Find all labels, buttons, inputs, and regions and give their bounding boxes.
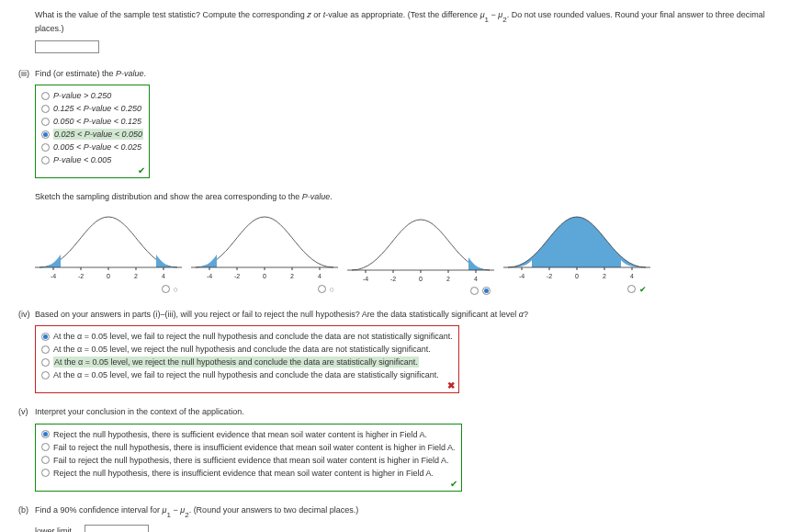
iii-radio-2[interactable] (41, 118, 50, 126)
check-icon: ✔ (450, 479, 457, 489)
b-mu1: μ (163, 505, 167, 515)
iii-label: (iii) (18, 68, 35, 80)
svg-text:0: 0 (419, 276, 423, 282)
statistic-input[interactable] (35, 40, 99, 53)
dist-num-1: ○ (330, 284, 334, 295)
svg-text:0: 0 (263, 273, 266, 279)
v-opt-2: Fail to reject the null hypothesis, ther… (53, 455, 449, 466)
sketch-prompt: Sketch the sampling distribution and sho… (35, 192, 302, 201)
v-radio-0[interactable] (41, 430, 50, 438)
iv-radio-3[interactable] (41, 371, 50, 379)
b-prompt-c: . (Round your answers to two decimal pla… (189, 505, 359, 515)
iv-label: (iv) (18, 309, 35, 321)
svg-text:2: 2 (290, 273, 294, 279)
v-radio-3[interactable] (41, 469, 50, 477)
iii-radio-5[interactable] (41, 156, 50, 164)
iii-opt-1: 0.125 < P-value < 0.250 (53, 103, 141, 114)
v-radio-1[interactable] (41, 443, 50, 451)
v-opt-1: Fail to reject the null hypothesis, ther… (53, 442, 456, 453)
iii-opt-3: 0.025 < P-value < 0.050 (53, 129, 143, 140)
svg-text:0: 0 (575, 273, 579, 279)
b-minus: − (171, 505, 180, 515)
iii-radio-4[interactable] (41, 143, 50, 152)
v-label: (v) (18, 406, 35, 418)
dist-sel-2 (482, 287, 491, 295)
dist-plot-left-tail: -4-2024 (191, 212, 338, 281)
mu1: μ (480, 10, 485, 19)
lower-limit-input[interactable] (85, 525, 149, 532)
iv-radio-0[interactable] (41, 333, 50, 341)
dist-plot-right-tail: -4-2024 (347, 215, 494, 284)
check-icon: ✔ (138, 165, 145, 175)
svg-text:-4: -4 (363, 276, 368, 282)
iv-opt-3: At the α = 0.05 level, we fail to reject… (53, 369, 439, 380)
v-opt-3: Reject the null hypothesis, there is ins… (53, 468, 434, 479)
check-icon: ✔ (639, 284, 647, 295)
iii-opt-2: 0.050 < P-value < 0.125 (53, 116, 141, 127)
b-sub2: 2 (185, 511, 188, 519)
sketch-end: . (330, 192, 333, 201)
dist-plot-two-tail: -4-2024 (35, 212, 182, 281)
dist-radio-3[interactable] (627, 285, 636, 293)
iv-opt-2: At the α = 0.05 level, we reject the nul… (53, 357, 419, 368)
iii-opt-5: P-value < 0.005 (53, 154, 111, 165)
minus: − (489, 10, 498, 19)
iii-radio-3[interactable] (41, 130, 50, 139)
iv-opt-1: At the α = 0.05 level, we reject the nul… (53, 344, 431, 355)
dist-plot-center: -4-2024 (503, 212, 650, 281)
stat-prompt-b: or (311, 10, 323, 19)
iv-prompt: Based on your answers in parts (i)–(iii)… (35, 310, 519, 319)
svg-text:2: 2 (134, 273, 138, 279)
iv-q: ? (524, 310, 528, 319)
iii-opt-0: P-value > 0.250 (53, 90, 111, 101)
sketch-pv: P-value (302, 192, 331, 201)
svg-text:-2: -2 (234, 273, 240, 279)
v-prompt: Interpret your conclusion in the context… (35, 407, 244, 416)
svg-text:-2: -2 (547, 273, 552, 279)
lower-limit-label: lower limit (35, 526, 81, 532)
svg-text:-2: -2 (78, 273, 84, 279)
iv-radio-1[interactable] (41, 345, 50, 354)
svg-text:-4: -4 (519, 273, 525, 279)
iii-opt-4: 0.005 < P-value < 0.025 (53, 141, 141, 153)
sub2: 2 (502, 16, 506, 24)
svg-text:0: 0 (107, 273, 110, 279)
svg-text:-4: -4 (207, 273, 212, 279)
stat-prompt-c: -value as appropriate. (Test the differe… (325, 10, 479, 19)
sub1: 1 (485, 16, 489, 24)
b-prompt-a: Find a 90% confidence interval for (35, 505, 163, 515)
stat-prompt-a: What is the value of the sample test sta… (35, 10, 307, 19)
svg-text:4: 4 (318, 273, 322, 279)
iii-end: . (144, 69, 147, 78)
v-radio-2[interactable] (41, 456, 50, 464)
svg-text:4: 4 (162, 273, 165, 279)
cross-icon: ✖ (447, 380, 455, 391)
dist-radio-0[interactable] (162, 285, 170, 293)
iv-opt-0: At the α = 0.05 level, we fail to reject… (53, 331, 453, 342)
iv-radio-2[interactable] (41, 358, 50, 367)
svg-text:-4: -4 (51, 273, 56, 279)
dist-num-0: ○ (174, 284, 178, 295)
iii-pv: P-value (116, 69, 144, 78)
b-label: (b) (18, 504, 35, 516)
v-opt-0: Reject the null hypothesis, there is suf… (53, 429, 427, 440)
svg-text:4: 4 (630, 273, 634, 279)
dist-radio-1[interactable] (318, 285, 326, 293)
iii-radio-0[interactable] (41, 92, 50, 100)
svg-text:4: 4 (474, 276, 478, 282)
svg-text:2: 2 (603, 273, 606, 279)
iii-prompt: Find (or estimate) the (35, 69, 116, 78)
dist-radio-2[interactable] (470, 287, 479, 295)
iii-radio-1[interactable] (41, 105, 50, 113)
svg-text:-2: -2 (390, 276, 396, 282)
svg-text:2: 2 (446, 276, 450, 282)
b-sub1: 1 (167, 511, 171, 519)
